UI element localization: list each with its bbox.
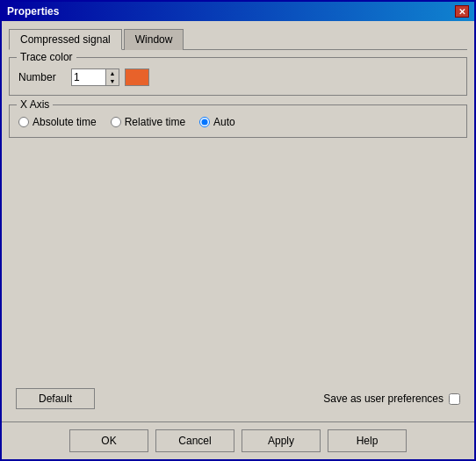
x-axis-label: X Axis <box>17 98 53 111</box>
radio-absolute-input[interactable] <box>18 117 29 127</box>
number-spinner: ▲ ▼ <box>71 68 119 86</box>
spinner-buttons: ▲ ▼ <box>106 68 119 86</box>
number-label: Number <box>18 71 71 83</box>
apply-button[interactable]: Apply <box>242 429 321 452</box>
default-button[interactable]: Default <box>16 388 95 409</box>
button-bar: OK Cancel Apply Help <box>2 421 474 459</box>
spacer <box>9 147 467 383</box>
ok-button[interactable]: OK <box>69 429 148 452</box>
spinner-down-button[interactable]: ▼ <box>106 77 119 85</box>
dialog-content: Compressed signal Window Trace color Num… <box>2 21 474 421</box>
x-axis-group: X Axis Absolute time Relative time Auto <box>9 104 467 138</box>
title-bar: Properties ✕ <box>2 2 474 21</box>
tab-compressed-signal[interactable]: Compressed signal <box>9 29 122 50</box>
save-pref-checkbox[interactable] <box>449 393 460 405</box>
number-input[interactable] <box>71 68 106 86</box>
radio-auto[interactable]: Auto <box>199 116 235 128</box>
radio-relative-label: Relative time <box>125 116 185 128</box>
trace-color-group: Trace color Number ▲ ▼ <box>9 57 467 96</box>
radio-relative-time[interactable]: Relative time <box>111 116 185 128</box>
spinner-up-button[interactable]: ▲ <box>106 69 119 77</box>
save-pref-label: Save as user preferences <box>323 393 444 405</box>
trace-color-label: Trace color <box>17 51 76 63</box>
close-button[interactable]: ✕ <box>455 5 469 18</box>
radio-absolute-time[interactable]: Absolute time <box>18 116 97 128</box>
panel-area: Trace color Number ▲ ▼ X Axis <box>9 57 467 414</box>
radio-auto-label: Auto <box>213 116 235 128</box>
bottom-row: Default Save as user preferences <box>9 383 467 414</box>
tab-bar: Compressed signal Window <box>9 28 467 50</box>
window-title: Properties <box>7 5 59 18</box>
help-button[interactable]: Help <box>328 429 407 452</box>
save-preferences-row: Save as user preferences <box>323 393 460 405</box>
properties-dialog: Properties ✕ Compressed signal Window Tr… <box>0 0 476 461</box>
radio-group: Absolute time Relative time Auto <box>18 116 458 128</box>
radio-auto-input[interactable] <box>199 117 210 127</box>
trace-color-row: Number ▲ ▼ <box>18 68 458 86</box>
tab-window[interactable]: Window <box>124 29 184 50</box>
radio-relative-input[interactable] <box>111 117 121 127</box>
radio-absolute-label: Absolute time <box>32 116 97 128</box>
cancel-button[interactable]: Cancel <box>155 429 234 452</box>
color-swatch[interactable] <box>125 68 149 86</box>
